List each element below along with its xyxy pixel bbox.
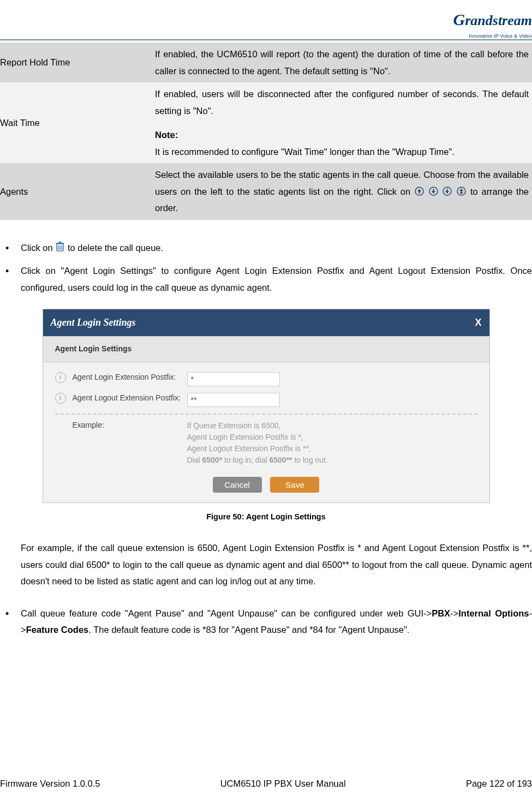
param-label: Wait Time (0, 82, 155, 163)
field-label: Agent Login Extension Postfix: (73, 372, 187, 383)
list-item: Click on "Agent Login Settings" to confi… (2, 262, 532, 296)
example-bold: 6500* (202, 456, 223, 464)
info-icon[interactable]: i (55, 372, 66, 383)
dialog-title-text: Agent Login Settings (51, 314, 136, 332)
list-item: Call queue feature code "Agent Pause" an… (2, 605, 532, 638)
spacer (155, 119, 529, 127)
param-label: Agents (0, 163, 155, 220)
table-row: Wait Time If enabled, users will be disc… (0, 82, 532, 163)
arrow-icons (414, 187, 470, 196)
bullet-text-after: to delete the call queue. (68, 243, 163, 253)
header-divider (0, 39, 532, 40)
bullet-text: . The default feature code is *83 for "A… (88, 625, 409, 635)
svg-rect-8 (56, 243, 64, 244)
param-desc-p2: It is recommended to configure "Wait Tim… (155, 143, 529, 160)
brand-logo: GGrandstreamrandstream Innovative IP Voi… (453, 4, 532, 40)
footer-left: Firmware Version 1.0.0.5 (0, 775, 100, 792)
info-icon[interactable]: i (55, 393, 66, 404)
arrow-down-icon (429, 187, 438, 196)
cancel-button[interactable]: Cancel (213, 477, 262, 493)
path-bold: PBX (432, 608, 450, 618)
arrow-up-icon (415, 187, 424, 196)
example-line: Agent Logout Extension Postfix is **, (187, 444, 311, 453)
save-button[interactable]: Save (270, 477, 319, 493)
table-row: Report Hold Time If enabled, the UCM6510… (0, 43, 532, 82)
param-desc-p1: If enabled, users will be disconnected a… (155, 86, 529, 119)
parameter-table: Report Hold Time If enabled, the UCM6510… (0, 43, 532, 220)
agent-login-dialog: Agent Login Settings X Agent Login Setti… (43, 309, 490, 503)
example-bold: 6500** (270, 456, 292, 464)
page-footer: Firmware Version 1.0.0.5 UCM6510 IP PBX … (0, 775, 532, 792)
arrow-top-icon (457, 187, 466, 196)
field-label: Example: (73, 420, 187, 431)
path-sep: -> (450, 608, 458, 618)
example-line: Agent Login Extension Postfix is *, (187, 433, 303, 441)
dialog-titlebar: Agent Login Settings X (43, 309, 489, 336)
close-icon[interactable]: X (475, 314, 481, 332)
note-label: Note: (155, 130, 178, 140)
bullet-text-before: Click on (21, 243, 55, 253)
example-line: If Queue Extension is 6500, (187, 421, 281, 430)
example-line-part: Dial (187, 456, 202, 464)
table-row: Agents Select the available users to be … (0, 163, 532, 220)
dialog-row: i Agent Login Extension Postfix: (55, 369, 477, 390)
figure-caption: Figure 50: Agent Login Settings (0, 510, 532, 524)
example-paragraph: For example, if the call queue extension… (0, 540, 532, 590)
param-desc: If enabled, users will be disconnected a… (155, 82, 532, 163)
dialog-example-row: i Example: If Queue Extension is 6500, A… (55, 414, 477, 469)
dialog-row: i Agent Logout Extension Postfix: (55, 390, 477, 410)
svg-rect-9 (59, 242, 62, 243)
trash-icon (55, 243, 68, 253)
path-bold: Internal Options (458, 608, 529, 618)
param-desc: If enabled, the UCM6510 will report (to … (155, 43, 532, 82)
bullet-text: Call queue feature code "Agent Pause" an… (21, 608, 432, 618)
dialog-button-row: Cancel Save (55, 477, 477, 493)
footer-center: UCM6510 IP PBX User Manual (220, 775, 346, 792)
param-label: Report Hold Time (0, 43, 155, 82)
logout-postfix-input[interactable] (187, 393, 280, 407)
brand-name: GGrandstreamrandstream (453, 4, 532, 35)
example-line-part: to log in; dial (222, 456, 269, 464)
example-line-part: to log out. (292, 456, 328, 464)
dialog-subheader: Agent Login Settings (43, 336, 489, 362)
param-desc: Select the available users to be the sta… (155, 163, 532, 220)
arrow-down-icon (443, 187, 452, 196)
example-text: If Queue Extension is 6500, Agent Login … (187, 420, 328, 466)
field-label: Agent Logout Extension Postfix: (73, 393, 187, 404)
login-postfix-input[interactable] (187, 372, 280, 386)
list-item: Click on to delete the call queue. (2, 240, 532, 256)
footer-right: Page 122 of 193 (466, 775, 532, 792)
path-bold: Feature Codes (26, 625, 89, 635)
